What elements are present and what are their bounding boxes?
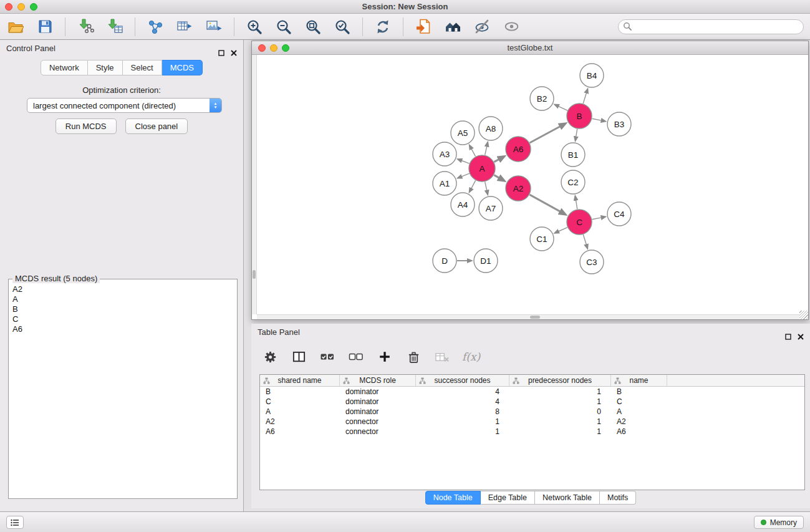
minimize-window-button[interactable] [17, 3, 25, 11]
save-session-icon[interactable] [36, 17, 54, 36]
tab-mcds[interactable]: MCDS [162, 60, 203, 75]
column-header-mcds-role[interactable]: MCDS role [340, 375, 416, 386]
deselect-all-rows-icon[interactable] [347, 348, 365, 365]
window-resize-grip[interactable] [799, 311, 808, 319]
open-session-icon[interactable] [414, 17, 433, 36]
column-header-predecessor-nodes[interactable]: predecessor nodes [509, 375, 611, 386]
edge-C-C3[interactable] [583, 235, 586, 245]
edge-C-C2[interactable] [576, 200, 577, 210]
export-image-icon[interactable] [205, 17, 223, 36]
node-B2[interactable]: B2 [530, 87, 554, 110]
edge-A-A7[interactable] [485, 182, 487, 191]
tab-style[interactable]: Style [88, 60, 123, 75]
export-table-icon[interactable] [175, 17, 194, 36]
add-column-icon[interactable] [376, 348, 393, 365]
import-network-from-file-icon[interactable] [76, 17, 95, 36]
table-row-A2[interactable]: A2connector11A2 [260, 417, 804, 427]
refresh-view-icon[interactable] [374, 17, 392, 36]
criterion-dropdown[interactable]: largest connected component (directed) ▲… [27, 98, 222, 113]
node-B4[interactable]: B4 [580, 64, 604, 87]
edge-A-A6[interactable] [494, 159, 499, 162]
node-A4[interactable]: A4 [451, 193, 475, 216]
node-D[interactable]: D [433, 249, 456, 273]
node-A7[interactable]: A7 [479, 196, 503, 220]
mcds-result-item[interactable]: A [12, 294, 233, 304]
node-A5[interactable]: A5 [451, 121, 475, 145]
close-window-button[interactable] [5, 3, 12, 11]
mcds-result-item[interactable]: A2 [12, 284, 233, 294]
window-list-icon[interactable] [6, 516, 24, 529]
edge-A-A1[interactable] [461, 173, 470, 177]
column-header-shared-name[interactable]: shared name [260, 375, 340, 386]
edge-A6-B[interactable] [530, 126, 561, 143]
run-mcds-button[interactable]: Run MCDS [55, 118, 117, 134]
mcds-result-item[interactable]: C [12, 314, 233, 324]
node-A3[interactable]: A3 [433, 142, 456, 166]
tab-network[interactable]: Network [41, 60, 88, 75]
node-C1[interactable]: C1 [530, 227, 554, 251]
edge-C-C1[interactable] [558, 228, 567, 232]
search-input[interactable] [618, 19, 804, 34]
network-canvas[interactable]: B4B2BB3A8A5A6A3B1AA1C2A2A4A7C4CC1C3DD1 [257, 55, 808, 316]
hide-graphics-details-icon[interactable] [473, 17, 491, 36]
table-settings-gear-icon[interactable] [261, 348, 279, 365]
close-panel-button[interactable]: Close panel [125, 118, 188, 134]
node-C[interactable]: C [567, 210, 592, 235]
home-icon[interactable] [443, 17, 462, 36]
tab-motifs[interactable]: Motifs [600, 491, 636, 505]
edge-A2-C[interactable] [529, 195, 561, 212]
tab-edge-table[interactable]: Edge Table [481, 491, 535, 505]
node-C4[interactable]: C4 [607, 202, 631, 226]
float-table-panel-icon[interactable] [785, 329, 791, 346]
edge-B-B4[interactable] [583, 92, 587, 104]
network-minimize-button[interactable] [270, 44, 277, 52]
edge-A-A3[interactable] [461, 160, 469, 163]
node-A[interactable]: A [469, 155, 495, 181]
mcds-result-item[interactable]: B [12, 304, 233, 314]
node-D1[interactable]: D1 [474, 249, 498, 273]
zoom-in-icon[interactable] [245, 17, 264, 36]
maximize-window-button[interactable] [30, 3, 37, 11]
delete-column-trash-icon[interactable] [405, 348, 422, 365]
node-A6[interactable]: A6 [506, 137, 531, 162]
show-graphics-details-icon[interactable] [502, 17, 521, 36]
edge-A-A2[interactable] [494, 175, 499, 178]
show-columns-icon[interactable] [290, 348, 307, 365]
node-B3[interactable]: B3 [607, 112, 631, 136]
mcds-result-item[interactable]: A6 [12, 324, 233, 334]
column-header-name[interactable]: name [611, 375, 667, 386]
memory-button[interactable]: Memory [754, 516, 804, 529]
column-header-successor-nodes[interactable]: successor nodes [416, 375, 509, 386]
table-row-A6[interactable]: A6connector11A6 [260, 427, 804, 437]
edge-A-A5[interactable] [471, 148, 475, 157]
delete-table-icon[interactable] [433, 348, 451, 365]
network-maximize-button[interactable] [282, 44, 289, 52]
tab-network-table[interactable]: Network Table [535, 491, 600, 505]
node-A8[interactable]: A8 [479, 117, 503, 140]
network-horizontal-scrollbar[interactable] [257, 314, 799, 319]
edge-B-B2[interactable] [557, 106, 567, 110]
tab-select[interactable]: Select [123, 60, 162, 75]
edge-A-A4[interactable] [471, 180, 475, 189]
open-file-icon[interactable] [6, 17, 25, 36]
tab-node-table[interactable]: Node Table [425, 491, 481, 505]
node-B1[interactable]: B1 [561, 143, 585, 167]
close-table-panel-icon[interactable] [798, 329, 804, 346]
node-C3[interactable]: C3 [580, 250, 604, 274]
import-table-from-file-icon[interactable] [105, 17, 124, 36]
zoom-selected-icon[interactable] [333, 17, 352, 36]
network-vertical-scrollbar[interactable] [252, 55, 257, 314]
zoom-out-icon[interactable] [274, 17, 293, 36]
node-B[interactable]: B [567, 104, 592, 128]
edge-B-B1[interactable] [576, 129, 577, 138]
network-close-button[interactable] [258, 44, 266, 52]
table-row-A[interactable]: Adominator80A [260, 407, 804, 417]
edge-A-A8[interactable] [485, 145, 487, 155]
table-row-C[interactable]: Cdominator41C [260, 397, 804, 407]
table-row-B[interactable]: Bdominator41B [260, 387, 804, 397]
zoom-fit-icon[interactable] [304, 17, 322, 36]
node-A2[interactable]: A2 [506, 176, 531, 201]
edge-C-C4[interactable] [592, 218, 602, 220]
function-builder-icon[interactable]: f(x) [462, 351, 480, 363]
node-C2[interactable]: C2 [561, 170, 585, 194]
